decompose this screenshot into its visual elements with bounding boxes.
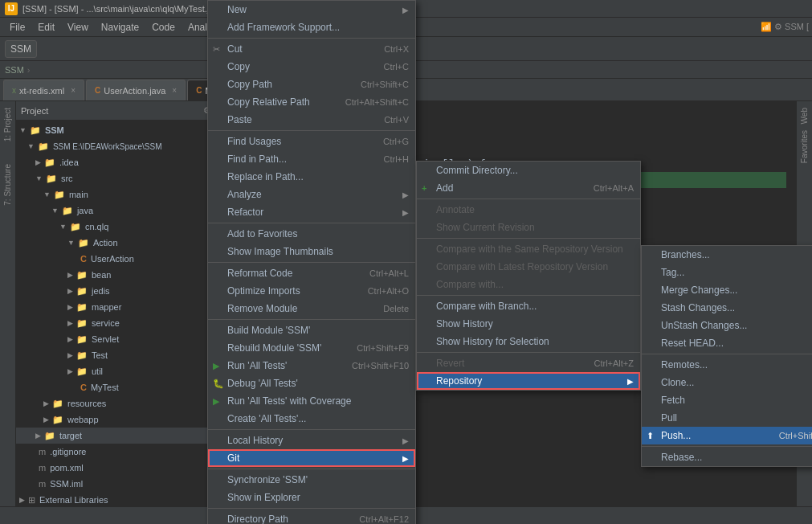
ctx-find-path[interactable]: Find in Path... Ctrl+H — [208, 150, 415, 168]
context-menu-main[interactable]: New ▶ Add Framework Support... ✂ Cut Ctr… — [207, 0, 416, 524]
context-menu-git[interactable]: Commit Directory... + Add Ctrl+Alt+A Ann… — [416, 161, 641, 391]
tree-java[interactable]: ▼ 📁 java — [16, 203, 216, 219]
tree-cnqlq[interactable]: ▼ 📁 cn.qlq — [16, 219, 216, 235]
tree-mapper[interactable]: ▶ 📁 mapper — [16, 299, 216, 315]
ctx-new[interactable]: New ▶ — [208, 1, 415, 18]
ctx-pull[interactable]: Pull — [642, 409, 812, 427]
ctx-build-module[interactable]: Build Module 'SSM' — [208, 321, 415, 339]
tab-close-useraction[interactable]: × — [172, 86, 177, 95]
ctx-rebase[interactable]: Rebase... — [642, 448, 812, 466]
ctx-dir-path[interactable]: Directory Path Ctrl+Alt+F12 — [208, 510, 415, 524]
ctx-merge-changes[interactable]: Merge Changes... — [642, 281, 812, 299]
tree-test[interactable]: ▶ 📁 Test — [16, 347, 216, 363]
ctx-reformat[interactable]: Reformat Code Ctrl+Alt+L — [208, 264, 415, 282]
ctx-sep5 — [208, 319, 415, 320]
tree-target[interactable]: ▶ 📁 target — [16, 428, 216, 444]
ctx-compare-branch[interactable]: Compare with Branch... — [417, 297, 640, 315]
ctx-analyze[interactable]: Analyze ▶ — [208, 186, 415, 203]
ctx-create-tests[interactable]: Create 'All Tests'... — [208, 410, 415, 428]
menu-edit[interactable]: Edit — [31, 18, 61, 36]
tree-ssm-root[interactable]: ▼ 📁 SSM — [16, 122, 216, 138]
ctx-refactor-label: Refactor — [227, 207, 263, 218]
ctx-run-tests[interactable]: ▶ Run 'All Tests' Ctrl+Shift+F10 — [208, 357, 415, 375]
ctx-remotes[interactable]: Remotes... — [642, 356, 812, 374]
context-menu-repository[interactable]: Branches... Tag... Merge Changes... Stas… — [641, 245, 812, 467]
tree-src[interactable]: ▼ 📁 src — [16, 170, 216, 186]
ctx-optimize-imports[interactable]: Optimize Imports Ctrl+Alt+O — [208, 282, 415, 300]
tab-icon-mytest: C — [196, 86, 202, 95]
ctx-git[interactable]: Git ▶ — [208, 449, 415, 467]
ctx-remove-module[interactable]: Remove Module Delete — [208, 300, 415, 317]
side-label-project[interactable]: 1: Project — [2, 104, 14, 145]
ctx-copy[interactable]: Copy Ctrl+C — [208, 58, 415, 76]
ctx-push[interactable]: ⬆ Push... Ctrl+Shift+K — [642, 427, 812, 444]
ctx-create-tests-label: Create 'All Tests'... — [227, 413, 306, 424]
side-label-favorites[interactable]: Favorites — [798, 127, 810, 166]
ctx-synchronize[interactable]: Synchronize 'SSM' — [208, 471, 415, 489]
ctx-commit-dir[interactable]: Commit Directory... — [417, 162, 640, 179]
ctx-add-favorites[interactable]: Add to Favorites — [208, 225, 415, 243]
tab-close-redis[interactable]: × — [71, 86, 75, 95]
ctx-fetch[interactable]: Fetch — [642, 391, 812, 409]
tab-redis[interactable]: x xt-redis.xml × — [3, 80, 84, 100]
tree-servlet[interactable]: ▶ 📁 Servlet — [16, 331, 216, 347]
ctx-show-explorer[interactable]: Show in Explorer — [208, 489, 415, 506]
ctx-copy-path[interactable]: Copy Path Ctrl+Shift+C — [208, 76, 415, 93]
ctx-rebuild-module[interactable]: Rebuild Module 'SSM' Ctrl+Shift+F9 — [208, 339, 415, 357]
menu-navigate[interactable]: Navigate — [95, 18, 145, 36]
menu-file[interactable]: File — [3, 18, 31, 36]
tree-pomxml[interactable]: m pom.xml — [16, 460, 216, 476]
ctx-unstash[interactable]: UnStash Changes... — [642, 317, 812, 334]
menu-code[interactable]: Code — [145, 18, 182, 36]
ctx-cut[interactable]: ✂ Cut Ctrl+X — [208, 40, 415, 58]
ctx-local-history[interactable]: Local History ▶ — [208, 432, 415, 449]
side-label-web[interactable]: Web — [798, 104, 810, 127]
tree-gitignore[interactable]: m .gitignore — [16, 444, 216, 460]
tree-service[interactable]: ▶ 📁 service — [16, 315, 216, 331]
ctx-stash[interactable]: Stash Changes... — [642, 299, 812, 317]
ctx-analyze-arrow: ▶ — [402, 190, 409, 199]
ctx-branches[interactable]: Branches... — [642, 246, 812, 264]
tab-useraction[interactable]: C UserAction.java × — [86, 80, 186, 100]
ctx-clone[interactable]: Clone... — [642, 374, 812, 391]
tree-ssmiml[interactable]: m SSM.iml — [16, 476, 216, 492]
tree-ssm-workspace[interactable]: ▼ 📁 SSM E:\IDEAWorkSpace\SSM — [16, 138, 216, 154]
ctx-add-favorites-label: Add to Favorites — [227, 228, 297, 239]
tree-resources[interactable]: ▶ 📁 resources — [16, 395, 216, 411]
ctx-run-coverage[interactable]: ▶ Run 'All Tests' with Coverage — [208, 392, 415, 410]
ctx-tag[interactable]: Tag... — [642, 264, 812, 281]
push-icon: ⬆ — [647, 431, 654, 441]
side-label-structure[interactable]: 7: Structure — [2, 161, 14, 209]
project-title: Project — [21, 106, 48, 116]
ctx-replace-path[interactable]: Replace in Path... — [208, 168, 415, 186]
ctx-copy-relative[interactable]: Copy Relative Path Ctrl+Alt+Shift+C — [208, 93, 415, 111]
ctx-revert-label: Revert — [436, 358, 464, 369]
tree-webapp[interactable]: ▶ 📁 webapp — [16, 411, 216, 428]
tree-main[interactable]: ▼ 📁 main — [16, 186, 216, 203]
ctx-find-usages[interactable]: Find Usages Ctrl+G — [208, 133, 415, 150]
ctx-repository[interactable]: Repository ▶ — [417, 372, 640, 390]
tree-util[interactable]: ▶ 📁 util — [16, 363, 216, 379]
ctx-show-thumbnails[interactable]: Show Image Thumbnails — [208, 243, 415, 260]
ctx-show-history[interactable]: Show History — [417, 315, 640, 333]
ctx-show-history-selection[interactable]: Show History for Selection — [417, 333, 640, 350]
ctx-add-framework[interactable]: Add Framework Support... — [208, 18, 415, 36]
project-label[interactable]: SSM — [5, 40, 37, 58]
tree-action[interactable]: ▼ 📁 Action — [16, 235, 216, 251]
ctx-dir-path-label: Directory Path — [227, 514, 288, 524]
tree-jedis[interactable]: ▶ 📁 jedis — [16, 283, 216, 299]
add-icon: + — [422, 183, 426, 193]
ctx-reset-head[interactable]: Reset HEAD... — [642, 334, 812, 352]
tree-mytest[interactable]: C MyTest — [16, 379, 216, 395]
ctx-add[interactable]: + Add Ctrl+Alt+A — [417, 179, 640, 197]
tree-bean[interactable]: ▶ 📁 bean — [16, 267, 216, 283]
ctx-paste[interactable]: Paste Ctrl+V — [208, 111, 415, 129]
ctx-copy-relative-shortcut: Ctrl+Alt+Shift+C — [345, 97, 409, 107]
tree-external-libs[interactable]: ▶ ⊞ External Libraries — [16, 492, 216, 508]
ctx-refactor[interactable]: Refactor ▶ — [208, 203, 415, 221]
tree-idea[interactable]: ▶ 📁 .idea — [16, 154, 216, 170]
tree-useraction[interactable]: C UserAction — [16, 251, 216, 267]
project-tree[interactable]: ▼ 📁 SSM ▼ 📁 SSM E:\IDEAWorkSpace\SSM ▶ 📁… — [16, 121, 216, 524]
menu-view[interactable]: View — [61, 18, 95, 36]
ctx-debug-tests[interactable]: 🐛 Debug 'All Tests' — [208, 375, 415, 392]
